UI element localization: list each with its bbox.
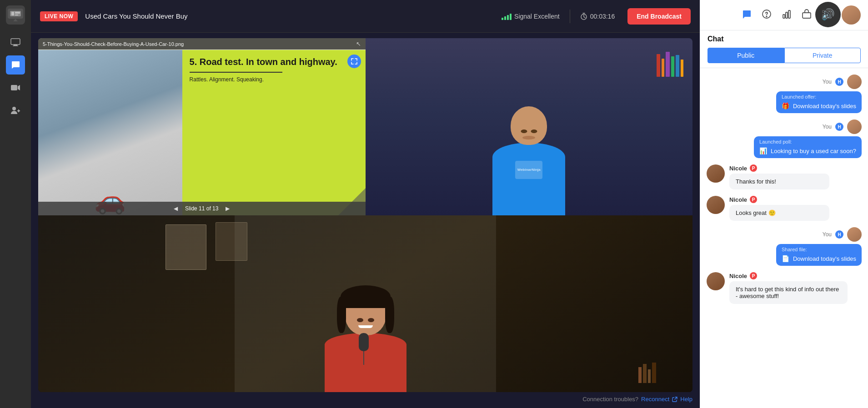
svg-rect-18 [786,12,788,18]
message-1: You H Launched offer: 🎁 Download today's… [707,75,862,113]
timer-info: 00:03:16 [580,13,615,20]
svg-point-11 [12,107,16,110]
questions-nav-icon[interactable] [762,9,772,21]
svg-rect-9 [11,85,17,90]
webinar-title: Used Cars You Should Never Buy [85,12,187,20]
main-content: LIVE NOW Used Cars You Should Never Buy … [31,0,700,408]
msg-sender-you-3: You [823,231,832,238]
slide-car-visual: 🚗 [38,50,182,215]
slide-navigation: ◀ Slide 11 of 13 ▶ [38,202,366,215]
msg-file-content: 📄 Download today's slides [776,252,862,266]
msg-avatar-1 [847,75,862,89]
nicole-badge-2: P [750,196,757,203]
svg-rect-19 [788,10,790,18]
header: LIVE NOW Used Cars You Should Never Buy … [31,0,700,33]
slide-expand-button[interactable] [347,55,361,68]
slide-step-text: 5. Road test. In town and highway. [190,56,358,67]
slide-next-button[interactable]: ▶ [226,205,230,212]
nicole-bubble-2: Looks great 🙂 [729,205,829,221]
slide-filename: 5-Things-You-Should-Check-Before-Buying-… [43,41,184,47]
msg-bubble-offer: Launched offer: 🎁 Download today's slide… [776,91,862,113]
connection-bar: Connection troubles? Reconnect Help [31,392,700,406]
slide-divider [190,72,282,73]
message-5: You H Shared file: 📄 Download today's sl… [707,227,862,266]
end-broadcast-button[interactable]: End Broadcast [627,8,691,25]
nicole-badge-1: P [750,164,757,172]
analytics-nav-icon[interactable] [782,9,792,21]
settings-nav-icon[interactable] [822,9,832,21]
timer-icon [580,13,587,20]
nicole-name-1: Nicole [729,165,747,172]
svg-marker-1 [13,19,18,21]
external-link-icon [672,397,677,402]
msg-bubble-poll: Launched poll: 📊 Looking to buy a used c… [754,136,862,158]
msg-sender-you-2: You [823,124,832,130]
svg-rect-22 [827,10,831,14]
signal-info: Signal Excellent [502,13,560,20]
msg-badge-3: H [835,230,843,239]
connection-trouble-text: Connection troubles? [582,396,638,403]
svg-rect-24 [827,16,831,18]
msg-poll-label: Launched poll: [754,136,862,144]
chat-nav-icon[interactable] [742,9,752,21]
message-3: Nicole P Thanks for this! [707,164,862,189]
svg-rect-3 [11,12,14,15]
slide-prev-button[interactable]: ◀ [174,205,178,212]
logo [6,5,25,25]
svg-rect-4 [15,12,20,14]
nicole-bubble-1: Thanks for this! [729,174,829,189]
signal-bars-icon [502,13,512,20]
slide-counter: Slide 11 of 13 [185,205,218,212]
user-avatar [841,5,862,25]
signal-label: Signal Excellent [514,13,560,20]
video-grid: 5-Things-You-Should-Check-Before-Buying-… [38,38,692,392]
message-4: Nicole P Looks great 🙂 [707,196,862,221]
svg-rect-7 [14,45,17,45]
tab-private[interactable]: Private [784,48,861,63]
msg-avatar-2 [847,119,862,134]
svg-rect-17 [783,15,785,18]
chat-messages: You H Launched offer: 🎁 Download today's… [700,68,868,408]
message-2: You H Launched poll: 📊 Looking to buy a … [707,119,862,158]
nicole-msg-1-content: Nicole P Thanks for this! [729,164,862,189]
nicole-name-3: Nicole [729,273,747,279]
sidebar-item-chat[interactable] [6,55,25,75]
file-icon: 📄 [782,255,789,262]
presenter-video-cell: WebinarNinja [366,38,693,215]
chat-top-icons: 🔊 [700,0,868,30]
tab-public[interactable]: Public [707,48,784,63]
timer-display: 00:03:16 [590,13,615,20]
svg-marker-10 [18,85,20,90]
nicole-avatar-3 [707,272,725,290]
nicole-avatar-1 [707,164,725,183]
svg-rect-5 [15,15,18,15]
msg-badge-2: H [835,123,843,131]
slide-filename-bar: 5-Things-You-Should-Check-Before-Buying-… [38,38,366,50]
slide-body: 🚗 5. Road test. In town and highway. Rat… [38,50,366,215]
sidebar-item-add-user[interactable] [6,101,25,120]
nicole-badge-3: P [750,272,757,279]
gift-icon: 🎁 [782,102,789,109]
msg-sender-you-1: You [823,79,832,85]
svg-point-16 [766,16,767,17]
live-badge: LIVE NOW [40,11,78,21]
nicole-msg-2-content: Nicole P Looks great 🙂 [729,196,862,221]
svg-rect-23 [823,15,826,18]
offers-nav-icon[interactable] [802,9,812,21]
msg-offer-content: 🎁 Download today's slides [776,100,862,113]
presenter-background: WebinarNinja [366,38,693,215]
sidebar-item-screen[interactable] [6,33,25,52]
help-link[interactable]: Help [680,396,692,403]
reconnect-link[interactable]: Reconnect [641,396,669,403]
slide-panel: 5-Things-You-Should-Check-Before-Buying-… [38,38,366,215]
nicole-name-2: Nicole [729,196,747,203]
msg-offer-label: Launched offer: [776,91,862,100]
msg-poll-content: 📊 Looking to buy a used car soon? [754,144,862,158]
chat-tabs: Public Private [707,48,861,63]
slide-note-text: Rattles. Alignment. Squeaking. [190,76,358,83]
header-divider [570,10,570,23]
svg-rect-6 [11,39,20,45]
sidebar-item-video[interactable] [6,78,25,97]
chat-title: Chat [707,35,861,43]
attendee-background [38,215,692,393]
